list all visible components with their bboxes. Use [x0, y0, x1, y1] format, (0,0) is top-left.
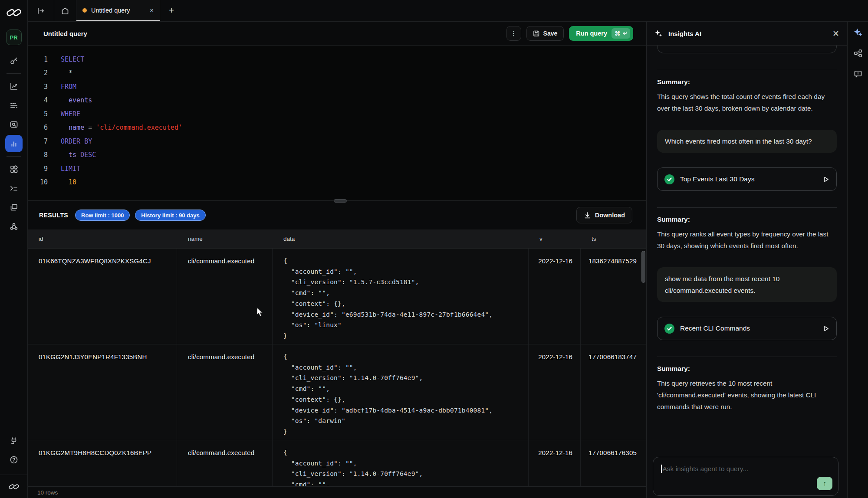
line-number: 5 [36, 110, 48, 118]
apps-grid-icon[interactable] [5, 161, 23, 178]
tab-untitled-query[interactable]: Untitled query × [76, 0, 160, 21]
table-row[interactable]: 01K66TQNZA3WFBQ8XN2KXSG4CJ cli/command.e… [28, 249, 646, 344]
app-logo-icon[interactable] [6, 7, 22, 20]
tab-close-icon[interactable]: × [150, 7, 154, 14]
cell-ts: 1770066176305 [581, 440, 641, 486]
row-count-status: 10 rows [37, 489, 58, 496]
editor-line[interactable]: 5 WHERE [36, 107, 646, 121]
bar-chart-nav-icon[interactable] [5, 135, 23, 152]
summary-text: This query shows the total count of even… [657, 91, 837, 114]
cell-id: 01K66TQNZA3WFBQ8XN2KXSG4CJ [28, 249, 177, 344]
editor-line[interactable]: 4 events [36, 94, 646, 108]
cmd-key-icon: ⌘ [615, 30, 620, 37]
sidebar-bottom [0, 431, 27, 498]
download-icon [584, 212, 591, 219]
history-limit-badge[interactable]: History limit : 90 days [135, 210, 205, 221]
query-result-card[interactable]: Recent CLI Commands [657, 317, 837, 340]
run-card-icon[interactable] [823, 176, 829, 183]
feedback-icon[interactable] [853, 69, 863, 79]
plug-icon[interactable] [5, 432, 23, 449]
line-code: ts DESC [61, 151, 96, 159]
editor-line[interactable]: 8 ts DESC [36, 148, 646, 162]
cell-name: cli/command.executed [177, 249, 273, 344]
new-tab-button[interactable]: + [163, 0, 180, 21]
line-number: 1 [36, 56, 48, 63]
collapse-sidebar-icon[interactable] [28, 0, 54, 21]
rows-list-icon[interactable] [5, 97, 23, 114]
card-label: Top Events Last 30 Days [680, 175, 817, 183]
cell-v: 2022-12-16 [529, 344, 581, 440]
keys-icon[interactable] [5, 52, 23, 69]
editor-line[interactable]: 1 SELECT [36, 52, 646, 66]
webhook-icon[interactable] [5, 218, 23, 235]
line-code: LIMIT [61, 165, 80, 173]
line-code: name = 'cli/command.executed' [61, 124, 182, 131]
query-panel: Untitled query ⋮ Save Run query ⌘ [28, 22, 647, 498]
results-table-body: 01K66TQNZA3WFBQ8XN2KXSG4CJ cli/command.e… [28, 249, 646, 486]
return-key-icon [622, 31, 627, 36]
row-limit-badge[interactable]: Row limit : 1000 [75, 210, 130, 221]
table-header: id name data v ts [28, 229, 646, 249]
column-header-id[interactable]: id [28, 236, 177, 242]
column-header-data[interactable]: data [273, 236, 529, 242]
sparkles-icon [654, 29, 663, 38]
editor-line[interactable]: 6 name = 'cli/command.executed' [36, 121, 646, 135]
line-chart-icon[interactable] [5, 78, 23, 95]
check-circle-icon [664, 324, 674, 334]
cell-id: 01KGG2MT9H8H8CCDQ0ZK16BEPP [28, 440, 177, 486]
save-label: Save [543, 30, 558, 37]
table-row[interactable]: 01KGG2N1J3Y0ENP1R4F1335BNH cli/command.e… [28, 344, 646, 440]
summary-block: Summary: This query retrieves the 10 mos… [657, 365, 837, 413]
table-row[interactable]: 01KGG2MT9H8H8CCDQ0ZK16BEPP cli/command.e… [28, 440, 646, 486]
summary-block: Summary: This query ranks all event type… [657, 216, 837, 252]
close-icon[interactable]: ✕ [832, 29, 839, 39]
line-code: SELECT [61, 56, 84, 63]
line-code: events [61, 96, 92, 104]
cell-data: { "account_id": "", "cli_version": "1.14… [273, 440, 529, 486]
run-query-button[interactable]: Run query ⌘ [569, 26, 633, 41]
user-message-bubble: show me data from the most recent 10 cli… [657, 267, 837, 302]
summary-text: This query retrieves the 10 most recent … [657, 377, 837, 413]
editor-line[interactable]: 10 10 [36, 176, 646, 190]
editor-line[interactable]: 2 * [36, 66, 646, 80]
sql-editor[interactable]: 1 SELECT 2 * 3 FROM 4 events 5 WHERE 6 n… [28, 46, 646, 200]
help-icon[interactable] [5, 451, 23, 469]
line-number: 8 [36, 151, 48, 159]
home-icon[interactable] [54, 0, 76, 21]
run-query-label: Run query [576, 30, 607, 37]
column-header-v[interactable]: v [529, 236, 581, 242]
query-actions: ⋮ Save Run query ⌘ [506, 26, 633, 41]
workspace-badge[interactable]: PR [6, 29, 22, 45]
download-button[interactable]: Download [576, 207, 632, 223]
pane-splitter [28, 200, 646, 201]
summary-heading: Summary: [657, 216, 837, 223]
line-code: 10 [61, 178, 76, 186]
more-options-button[interactable]: ⋮ [506, 26, 521, 41]
column-header-name[interactable]: name [177, 236, 273, 242]
insights-ai-rail-icon[interactable] [853, 28, 863, 37]
footer-logo-icon [8, 483, 20, 491]
line-number: 9 [36, 165, 48, 173]
column-header-ts[interactable]: ts [581, 236, 641, 242]
run-card-icon[interactable] [823, 325, 829, 332]
tab-title: Untitled query [91, 7, 145, 14]
cell-id: 01KGG2N1J3Y0ENP1R4F1335BNH [28, 344, 177, 440]
input-placeholder: Ask insights agent to query... [663, 465, 749, 472]
sidebar-footer [0, 475, 27, 498]
editor-line[interactable]: 3 FROM [36, 80, 646, 94]
cell-data: { "account_id": "", "cli_version": "1.5.… [273, 249, 529, 344]
page-title: Untitled query [43, 30, 87, 37]
terminal-icon[interactable] [5, 180, 23, 197]
chat-windows-icon[interactable] [5, 199, 23, 216]
query-result-card[interactable]: Top Events Last 30 Days [657, 167, 837, 191]
send-button[interactable]: ↑ [817, 477, 832, 490]
save-button[interactable]: Save [526, 26, 564, 41]
search-preview-icon[interactable] [5, 116, 23, 133]
line-number: 4 [36, 96, 48, 104]
editor-line[interactable]: 9 LIMIT [36, 162, 646, 176]
vertical-scrollbar[interactable] [641, 251, 645, 283]
schema-tree-icon[interactable] [853, 49, 863, 58]
editor-line[interactable]: 7 ORDER BY [36, 134, 646, 148]
insights-input[interactable]: Ask insights agent to query... ↑ [653, 457, 838, 496]
splitter-handle[interactable] [334, 199, 347, 203]
